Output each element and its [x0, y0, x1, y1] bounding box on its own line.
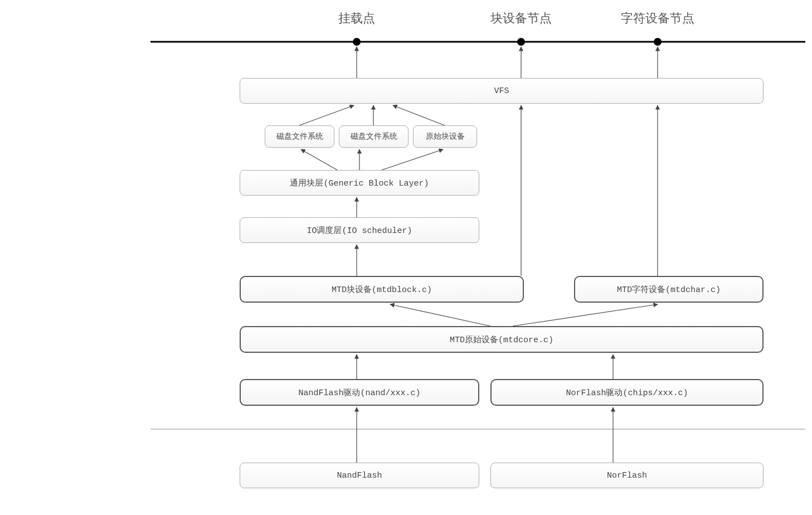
svg-point-2: [517, 38, 525, 46]
box-nand-flash: NandFlash: [240, 463, 479, 488]
svg-line-13: [382, 149, 443, 170]
svg-line-8: [299, 105, 354, 125]
box-generic-block-layer: 通用块层(Generic Block Layer): [240, 170, 479, 196]
label-mount-point: 挂载点: [338, 10, 375, 27]
box-mtd-core: MTD原始设备(mtdcore.c): [240, 326, 764, 353]
svg-point-3: [654, 38, 662, 46]
box-vfs: VFS: [240, 78, 764, 104]
box-mtd-block: MTD块设备(mtdblock.c): [240, 276, 524, 303]
label-block-dev-node: 块设备节点: [490, 10, 552, 27]
diagram-canvas: 挂载点 块设备节点 字符设备节点 VFS 磁盘文件系统 磁盘文件系统 原始块设备…: [0, 0, 812, 515]
svg-line-19: [513, 304, 658, 326]
svg-point-1: [353, 38, 361, 46]
connector-layer: [0, 0, 812, 515]
box-disk-fs-2: 磁盘文件系统: [339, 125, 409, 148]
box-mtd-char: MTD字符设备(mtdchar.c): [574, 276, 764, 303]
box-nor-flash: NorFlash: [490, 463, 764, 488]
box-disk-fs-1: 磁盘文件系统: [265, 125, 334, 148]
box-nor-driver: NorFlash驱动(chips/xxx.c): [490, 379, 764, 406]
svg-line-11: [301, 149, 337, 170]
svg-line-10: [393, 105, 445, 125]
box-io-scheduler: IO调度层(IO scheduler): [240, 217, 479, 243]
svg-line-18: [390, 304, 490, 326]
box-nand-driver: NandFlash驱动(nand/xxx.c): [240, 379, 479, 406]
label-char-dev-node: 字符设备节点: [621, 10, 694, 27]
box-raw-block-dev: 原始块设备: [413, 125, 477, 148]
